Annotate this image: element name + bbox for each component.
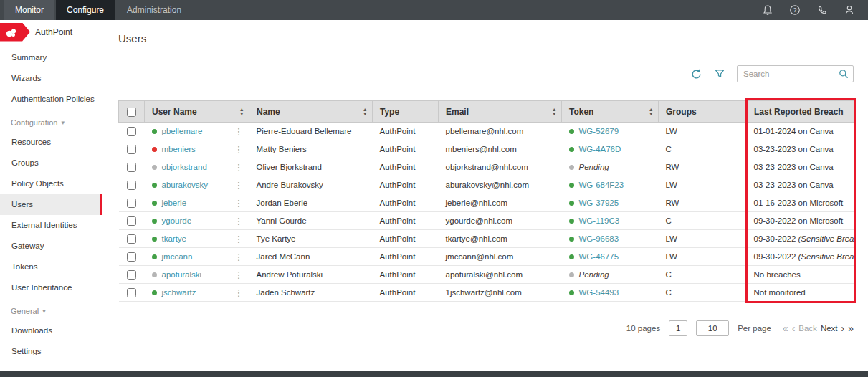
header-select[interactable]: [119, 101, 145, 123]
row-checkbox[interactable]: [127, 181, 136, 190]
header-token[interactable]: Token▴▾: [562, 101, 659, 123]
token-link[interactable]: WG-96683: [579, 234, 619, 243]
token-link[interactable]: WG-684F23: [579, 181, 624, 189]
token-wrap: WG-684F23: [569, 181, 659, 189]
sidebar-item-resources[interactable]: Resources: [0, 132, 102, 153]
sidebar-item-tokens[interactable]: Tokens: [0, 257, 102, 277]
sort-icon[interactable]: ▴▾: [553, 108, 555, 115]
sort-icon[interactable]: ▴▾: [240, 108, 243, 115]
row-checkbox[interactable]: [127, 163, 136, 172]
cell-groups: RW: [659, 158, 747, 176]
per-page-input[interactable]: [696, 320, 729, 336]
tab-configure[interactable]: Configure: [56, 0, 115, 20]
cell-name: Andrew Poturalski: [249, 266, 373, 284]
sidebar-item-downloads[interactable]: Downloads: [0, 320, 102, 341]
table-body: pbellemare⋮Pierre-Edouard BellemareAuthP…: [119, 123, 854, 302]
help-icon[interactable]: ?: [789, 4, 801, 16]
token-link[interactable]: WG-52679: [579, 127, 619, 135]
username-link[interactable]: tkartye: [162, 234, 187, 243]
kebab-menu-icon[interactable]: ⋮: [234, 252, 244, 262]
token-link[interactable]: WG-46775: [579, 252, 619, 261]
first-page-icon[interactable]: «: [783, 323, 788, 333]
row-checkbox[interactable]: [127, 234, 136, 244]
cell-token: WG-119C3: [562, 212, 659, 230]
last-page-icon[interactable]: »: [848, 323, 854, 333]
kebab-menu-icon[interactable]: ⋮: [234, 181, 244, 190]
username-link[interactable]: apoturalski: [162, 270, 202, 279]
username-link[interactable]: objorkstrand: [162, 163, 207, 171]
sidebar-section-configuration[interactable]: Configuration▾: [0, 110, 102, 132]
sort-icon[interactable]: ▴▾: [363, 108, 366, 115]
token-link[interactable]: WG-4A76D: [579, 145, 621, 153]
token-wrap: WG-54493: [569, 288, 659, 297]
tab-monitor[interactable]: Monitor: [4, 0, 54, 20]
sidebar-nav: SummaryWizardsAuthentication PoliciesCon…: [0, 44, 102, 362]
token-status-dot: [569, 272, 574, 277]
sidebar-section-general[interactable]: General▾: [0, 298, 102, 320]
kebab-menu-icon[interactable]: ⋮: [234, 270, 244, 280]
filter-icon[interactable]: [714, 68, 725, 80]
table-row: ygourde⋮Yanni GourdeAuthPointygourde@nhl…: [119, 212, 854, 230]
sidebar-item-policy-objects[interactable]: Policy Objects: [0, 173, 102, 194]
row-checkbox[interactable]: [127, 216, 136, 226]
username-link[interactable]: jschwartz: [162, 288, 196, 297]
cell-breach: 09-30-2022 on Microsoft: [747, 212, 854, 230]
phone-icon[interactable]: [816, 4, 828, 16]
cell-token: WG-4A76D: [562, 140, 659, 158]
sort-icon[interactable]: ▴▾: [649, 108, 652, 115]
account-icon[interactable]: [844, 4, 855, 16]
cell-type: AuthPoint: [373, 212, 439, 230]
sidebar-item-gateway[interactable]: Gateway: [0, 236, 102, 257]
username-link[interactable]: jeberle: [162, 199, 187, 207]
search-input[interactable]: [737, 65, 854, 82]
row-checkbox[interactable]: [127, 252, 136, 262]
row-checkbox[interactable]: [127, 199, 136, 208]
row-checkbox[interactable]: [127, 145, 136, 154]
cell-username: mbeniers⋮: [145, 140, 249, 158]
kebab-menu-icon[interactable]: ⋮: [234, 216, 244, 226]
username-link[interactable]: ygourde: [162, 216, 192, 225]
header-label: Token: [569, 107, 593, 117]
kebab-menu-icon[interactable]: ⋮: [234, 288, 244, 297]
row-checkbox[interactable]: [127, 270, 136, 280]
refresh-icon[interactable]: [690, 68, 702, 80]
sidebar-item-summary[interactable]: Summary: [0, 47, 102, 68]
sidebar-item-settings[interactable]: Settings: [0, 341, 102, 362]
sidebar-item-users[interactable]: Users: [0, 194, 102, 215]
token-link[interactable]: WG-37925: [579, 199, 619, 207]
next-page-icon[interactable]: ›: [841, 323, 845, 333]
row-checkbox[interactable]: [127, 288, 136, 297]
sidebar-item-external-identities[interactable]: External Identities: [0, 215, 102, 236]
header-name[interactable]: Name▴▾: [249, 101, 373, 123]
sidebar-item-authentication-policies[interactable]: Authentication Policies: [0, 89, 102, 110]
token-link[interactable]: WG-119C3: [579, 216, 620, 225]
prev-page-icon[interactable]: ‹: [792, 323, 796, 333]
kebab-menu-icon[interactable]: ⋮: [234, 127, 244, 136]
token-status-dot: [569, 254, 574, 259]
select-all-checkbox[interactable]: [127, 108, 136, 117]
cell-breach: No breaches: [747, 266, 854, 284]
username-link[interactable]: jmccann: [162, 252, 193, 261]
header-email[interactable]: Email▴▾: [439, 101, 562, 123]
row-checkbox[interactable]: [127, 127, 136, 136]
username-link[interactable]: pbellemare: [162, 127, 203, 135]
next-button[interactable]: Next: [821, 324, 838, 333]
sidebar-item-wizards[interactable]: Wizards: [0, 68, 102, 89]
cell-type: AuthPoint: [373, 230, 439, 248]
kebab-menu-icon[interactable]: ⋮: [234, 163, 244, 172]
token-link[interactable]: WG-54493: [579, 288, 619, 297]
username-link[interactable]: aburakovsky: [162, 181, 209, 189]
sidebar-item-groups[interactable]: Groups: [0, 153, 102, 173]
back-button[interactable]: Back: [798, 324, 817, 333]
username-link[interactable]: mbeniers: [162, 145, 196, 153]
bell-icon[interactable]: [762, 4, 773, 16]
tab-administration[interactable]: Administration: [116, 0, 192, 20]
header-user-name[interactable]: User Name▴▾: [145, 101, 249, 123]
table-toolbar: [118, 65, 854, 83]
kebab-menu-icon[interactable]: ⋮: [234, 234, 244, 244]
search-icon[interactable]: [838, 68, 849, 82]
kebab-menu-icon[interactable]: ⋮: [234, 145, 244, 154]
kebab-menu-icon[interactable]: ⋮: [234, 199, 244, 208]
sidebar-item-user-inheritance[interactable]: User Inheritance: [0, 277, 102, 298]
page-number-input[interactable]: [669, 320, 687, 336]
